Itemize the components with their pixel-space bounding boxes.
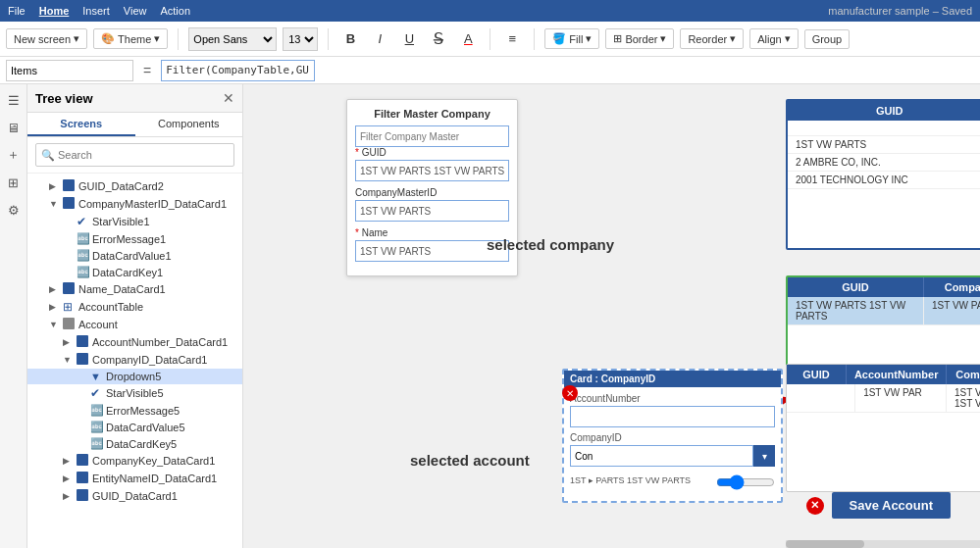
tree-item-errormessage1[interactable]: 🔤 ErrorMessage1 xyxy=(27,230,242,247)
table-row[interactable]: 1ST VW PARTS 1ST VW PARTS xyxy=(788,136,980,154)
filter-company-master-input[interactable] xyxy=(355,125,509,147)
tree-item-account[interactable]: ▼ Account xyxy=(27,316,242,333)
filter-guid-input[interactable] xyxy=(355,160,509,181)
tree-item-starvisible1[interactable]: ✔ StarVisible1 xyxy=(27,213,242,230)
strikethrough-button[interactable]: S̶ xyxy=(427,27,450,51)
account-label-area: account xyxy=(787,413,980,491)
card-icon xyxy=(77,353,92,367)
col-accountnumber: AccountNumber xyxy=(847,365,948,384)
filter-name-text: Name xyxy=(362,227,388,238)
new-screen-button[interactable]: New screen ▾ xyxy=(6,28,87,49)
screen-icon[interactable]: 🖥 xyxy=(4,118,24,137)
align-chevron-icon: ▾ xyxy=(785,32,791,45)
menu-home[interactable]: Home xyxy=(39,5,70,17)
font-size-select[interactable]: 13 xyxy=(283,27,318,51)
tree-item-datacardkey5[interactable]: 🔤 DataCardKey5 xyxy=(27,435,242,452)
col-guid: GUID xyxy=(787,365,847,384)
tree-item-name-datacard1[interactable]: ▶ Name_DataCard1 xyxy=(27,280,242,298)
tree-label: Account xyxy=(78,319,238,330)
reorder-button[interactable]: Reorder ▾ xyxy=(680,28,744,49)
tree-label: CompanyID_DataCard1 xyxy=(92,354,238,366)
bold-button[interactable]: B xyxy=(338,27,362,51)
font-select[interactable]: Open Sans xyxy=(188,27,277,51)
table-input-guid[interactable] xyxy=(788,121,980,135)
name-box[interactable] xyxy=(6,60,133,81)
italic-button[interactable]: I xyxy=(368,27,391,51)
fill-icon: 🪣 xyxy=(552,32,566,45)
group-button[interactable]: Group xyxy=(804,29,851,49)
tree-item-companymasterid[interactable]: ▼ CompanyMasterID_DataCard1 xyxy=(27,195,242,213)
ribbon-separator-4 xyxy=(534,28,535,50)
top-menubar: File Home Insert View Action manufacture… xyxy=(0,0,980,22)
border-button[interactable]: ⊞ Border ▾ xyxy=(605,28,674,49)
tree-item-errormessage5[interactable]: 🔤 ErrorMessage5 xyxy=(27,402,242,419)
formula-input[interactable] xyxy=(161,60,315,81)
tree-item-entitynameid-datacard1[interactable]: ▶ EntityNameID_DataCard1 xyxy=(27,470,242,487)
font-color-button[interactable]: A xyxy=(456,27,480,51)
scroll-thumb[interactable] xyxy=(786,540,864,548)
card-icon xyxy=(63,282,78,296)
tree-item-dropdown5[interactable]: ▼ Dropdown5 xyxy=(27,369,242,384)
save-account-button[interactable]: Save Account xyxy=(832,492,952,519)
data-icon[interactable]: ⊞ xyxy=(4,173,24,192)
folder-icon xyxy=(63,318,78,331)
card-field-label-companyid: CompanyID xyxy=(570,432,775,443)
card-field-label-accountnumber: AccountNumber xyxy=(570,393,775,404)
tree-arrow-icon: ▼ xyxy=(49,199,63,209)
tree-item-companykey-datacard1[interactable]: ▶ CompanyKey_DataCard1 xyxy=(27,452,242,470)
table-row[interactable]: 1ST VW PAR 1ST VW PARTS 1ST V... xyxy=(787,384,980,413)
menu-view[interactable]: View xyxy=(124,5,147,17)
sidebar-tabs: Screens Components xyxy=(27,113,242,137)
tree-item-datacardvalue5[interactable]: 🔤 DataCardValue5 xyxy=(27,419,242,435)
tree-item-guid-datacard1[interactable]: ▶ GUID_DataCard1 xyxy=(27,487,242,505)
table-row[interactable]: 1ST VW PARTS 1ST VW PARTS 1ST VW PARTS 1… xyxy=(788,297,980,325)
fill-button[interactable]: 🪣 Fill ▾ xyxy=(544,28,599,49)
card-slider[interactable] xyxy=(716,474,775,490)
tree-item-accounttable[interactable]: ▶ ⊞ AccountTable xyxy=(27,298,242,316)
align-btn[interactable]: Align ▾ xyxy=(749,28,798,49)
col-companymasterid: CompanyMasterID xyxy=(924,277,980,297)
tree-label: StarVisible1 xyxy=(92,216,238,227)
horizontal-scrollbar[interactable] xyxy=(786,540,980,548)
tab-components[interactable]: Components xyxy=(135,113,243,136)
app-title: manufacturer sample – Saved xyxy=(828,5,972,17)
tab-screens[interactable]: Screens xyxy=(27,113,135,136)
tree-label: Name_DataCard1 xyxy=(78,283,238,295)
menu-file[interactable]: File xyxy=(8,5,26,17)
card-field-accountnumber: ✕ AccountNumber xyxy=(570,393,775,427)
settings-icon[interactable]: ⚙ xyxy=(4,200,24,220)
tree-label: CompanyKey_DataCard1 xyxy=(92,455,238,467)
formula-equals: = xyxy=(139,63,155,78)
table-row[interactable]: 2001 TECHNOLOGY INC 2001 TECHNOLOGY INC xyxy=(788,172,980,189)
menu-action[interactable]: Action xyxy=(160,5,190,17)
menu-insert[interactable]: Insert xyxy=(82,5,110,17)
add-icon[interactable]: ＋ xyxy=(4,145,24,165)
table-row[interactable]: 2 AMBRE CO, INC. 2 AMBRE CO, INC. xyxy=(788,154,980,172)
hamburger-icon[interactable]: ☰ xyxy=(4,90,24,110)
card-remove-button[interactable]: ✕ xyxy=(562,385,578,401)
col-guid: GUID xyxy=(788,277,924,297)
sidebar-close-button[interactable]: ✕ xyxy=(223,90,234,106)
table-cell: 1ST VW PARTS 1ST VW PARTS xyxy=(788,297,924,324)
theme-button[interactable]: 🎨 Theme ▾ xyxy=(93,28,168,49)
tree-label: StarVisible5 xyxy=(106,387,238,399)
tree-item-datacardvalue1[interactable]: 🔤 DataCardValue1 xyxy=(27,247,242,264)
card-field-input-accountnumber[interactable] xyxy=(570,406,775,427)
tree-label: AccountTable xyxy=(78,301,238,313)
filter-companymasterid-input[interactable] xyxy=(355,200,509,222)
search-input[interactable] xyxy=(35,143,234,167)
dropdown-icon: ▼ xyxy=(90,371,106,382)
ribbon-separator-2 xyxy=(328,28,329,50)
tree-label: DataCardKey5 xyxy=(106,438,238,450)
align-button[interactable]: ≡ xyxy=(500,27,524,51)
tree-item-accountnumber-datacard1[interactable]: ▶ AccountNumber_DataCard1 xyxy=(27,333,242,351)
card-dropdown-input[interactable] xyxy=(570,445,753,467)
tree-item-datacardkey1[interactable]: 🔤 DataCardKey1 xyxy=(27,264,242,280)
card-dropdown-chevron-icon[interactable]: ▾ xyxy=(753,445,775,467)
underline-button[interactable]: U xyxy=(397,27,421,51)
sidebar-search-area: 🔍 xyxy=(27,137,242,174)
tree-item-guid-datacard2[interactable]: ▶ GUID_DataCard2 xyxy=(27,177,242,195)
tree-item-starvisible5[interactable]: ✔ StarVisible5 xyxy=(27,384,242,402)
tree-item-companyid-datacard1[interactable]: ▼ CompanyID_DataCard1 xyxy=(27,351,242,369)
table-input-row xyxy=(788,121,980,136)
